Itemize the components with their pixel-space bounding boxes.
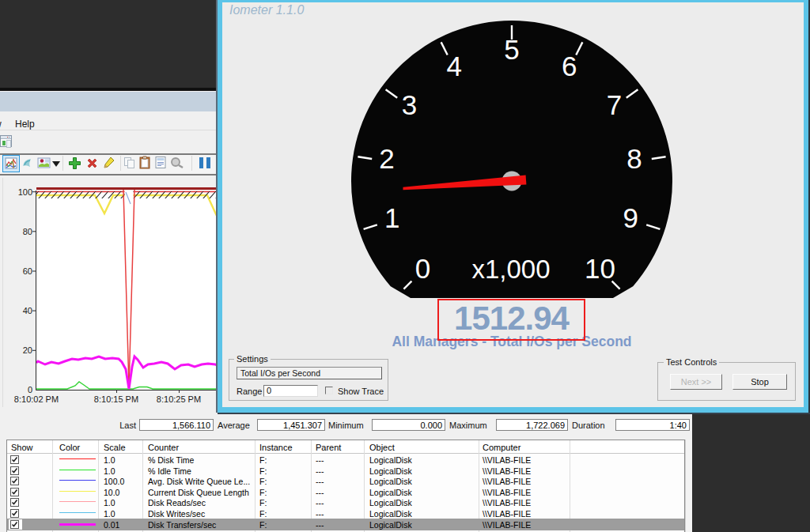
svg-text:0: 0	[28, 385, 32, 394]
svg-text:2: 2	[379, 143, 394, 174]
svg-text:8:10:15 PM: 8:10:15 PM	[94, 394, 138, 404]
svg-text:x1,000: x1,000	[471, 255, 550, 284]
svg-text:8: 8	[626, 143, 642, 174]
svg-text:9: 9	[623, 202, 638, 233]
svg-text:40: 40	[23, 306, 32, 315]
svg-text:5: 5	[504, 34, 519, 65]
svg-text:6: 6	[562, 51, 577, 81]
svg-text:3: 3	[402, 89, 417, 120]
svg-text:8:10:25 PM: 8:10:25 PM	[157, 394, 201, 404]
svg-text:100: 100	[18, 187, 32, 197]
svg-text:4: 4	[447, 51, 462, 81]
svg-text:0: 0	[415, 253, 430, 284]
svg-text:10: 10	[585, 253, 615, 284]
svg-text:20: 20	[23, 345, 32, 355]
svg-text:8:10:02 PM: 8:10:02 PM	[14, 394, 59, 404]
svg-text:80: 80	[23, 227, 32, 236]
svg-text:1: 1	[384, 202, 399, 233]
svg-text:60: 60	[23, 266, 32, 276]
svg-text:7: 7	[607, 89, 622, 120]
